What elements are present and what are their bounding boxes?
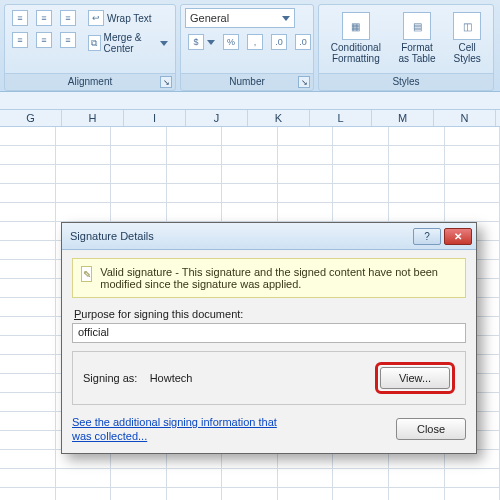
col-header[interactable]: G: [0, 110, 62, 126]
cell[interactable]: [278, 127, 334, 146]
cell[interactable]: [56, 469, 112, 488]
cell[interactable]: [0, 241, 56, 260]
cell[interactable]: [56, 127, 112, 146]
cell[interactable]: [111, 184, 167, 203]
cell[interactable]: [111, 165, 167, 184]
wrap-text-button[interactable]: ↩ Wrap Text: [85, 8, 171, 28]
align-br[interactable]: ≡: [57, 30, 79, 50]
format-as-table-button[interactable]: ▤ Format as Table: [391, 8, 442, 68]
cell[interactable]: [0, 203, 56, 222]
cell[interactable]: [0, 184, 56, 203]
align-tl[interactable]: ≡: [9, 8, 31, 28]
cell[interactable]: [167, 488, 223, 500]
cell[interactable]: [389, 203, 445, 222]
cell[interactable]: [222, 469, 278, 488]
cell[interactable]: [0, 336, 56, 355]
cell[interactable]: [167, 203, 223, 222]
cell[interactable]: [111, 469, 167, 488]
col-header[interactable]: K: [248, 110, 310, 126]
cell[interactable]: [111, 146, 167, 165]
cell[interactable]: [167, 469, 223, 488]
align-tc[interactable]: ≡: [33, 8, 55, 28]
cell[interactable]: [278, 146, 334, 165]
cell[interactable]: [278, 488, 334, 500]
cell[interactable]: [222, 488, 278, 500]
alignment-dialog-launcher[interactable]: ↘: [160, 76, 172, 88]
percent-button[interactable]: %: [220, 32, 242, 52]
cell[interactable]: [56, 165, 112, 184]
cell[interactable]: [167, 184, 223, 203]
conditional-formatting-button[interactable]: ▦ Conditional Formatting: [324, 8, 388, 68]
cell[interactable]: [0, 431, 56, 450]
cell[interactable]: [0, 317, 56, 336]
col-header[interactable]: H: [62, 110, 124, 126]
cell[interactable]: [111, 203, 167, 222]
cell[interactable]: [222, 203, 278, 222]
cell[interactable]: [56, 184, 112, 203]
cell[interactable]: [56, 488, 112, 500]
col-header[interactable]: L: [310, 110, 372, 126]
align-bl[interactable]: ≡: [9, 30, 31, 50]
cell[interactable]: [389, 184, 445, 203]
number-format-dropdown[interactable]: General: [185, 8, 295, 28]
cell[interactable]: [278, 469, 334, 488]
cell[interactable]: [167, 127, 223, 146]
cell[interactable]: [222, 127, 278, 146]
cell[interactable]: [389, 127, 445, 146]
cell[interactable]: [0, 260, 56, 279]
cell[interactable]: [278, 165, 334, 184]
close-icon[interactable]: ✕: [444, 228, 472, 245]
cell[interactable]: [56, 146, 112, 165]
cell[interactable]: [0, 279, 56, 298]
dialog-titlebar[interactable]: Signature Details ? ✕: [62, 223, 476, 250]
cell[interactable]: [167, 146, 223, 165]
cell[interactable]: [333, 165, 389, 184]
col-header[interactable]: M: [372, 110, 434, 126]
cell[interactable]: [0, 412, 56, 431]
cell[interactable]: [333, 203, 389, 222]
cell[interactable]: [0, 450, 56, 469]
cell[interactable]: [333, 127, 389, 146]
cell[interactable]: [0, 469, 56, 488]
cell[interactable]: [389, 146, 445, 165]
col-header[interactable]: I: [124, 110, 186, 126]
decrease-decimal-button[interactable]: .0: [292, 32, 314, 52]
close-button[interactable]: Close: [396, 418, 466, 440]
col-header[interactable]: N: [434, 110, 496, 126]
cell[interactable]: [56, 203, 112, 222]
cell[interactable]: [389, 165, 445, 184]
align-bc[interactable]: ≡: [33, 30, 55, 50]
cell[interactable]: [111, 488, 167, 500]
number-dialog-launcher[interactable]: ↘: [298, 76, 310, 88]
cell[interactable]: [167, 165, 223, 184]
help-button[interactable]: ?: [413, 228, 441, 245]
align-tr[interactable]: ≡: [57, 8, 79, 28]
cell[interactable]: [445, 469, 501, 488]
comma-button[interactable]: ,: [244, 32, 266, 52]
cell[interactable]: [0, 298, 56, 317]
formula-bar[interactable]: [0, 92, 500, 110]
cell[interactable]: [0, 127, 56, 146]
cell[interactable]: [0, 393, 56, 412]
cell[interactable]: [0, 146, 56, 165]
cell-styles-button[interactable]: ◫ Cell Styles: [446, 8, 488, 68]
purpose-field[interactable]: official: [72, 323, 466, 343]
cell[interactable]: [445, 127, 501, 146]
cell[interactable]: [445, 146, 501, 165]
cell[interactable]: [333, 184, 389, 203]
cell[interactable]: [0, 488, 56, 500]
currency-button[interactable]: $: [185, 32, 218, 52]
cell[interactable]: [0, 222, 56, 241]
cell[interactable]: [278, 203, 334, 222]
cell[interactable]: [333, 488, 389, 500]
col-header[interactable]: J: [186, 110, 248, 126]
cell[interactable]: [0, 355, 56, 374]
merge-center-button[interactable]: ⧉ Merge & Center: [85, 30, 171, 56]
additional-signing-info-link[interactable]: See the additional signing information t…: [72, 415, 292, 443]
cell[interactable]: [222, 184, 278, 203]
cell[interactable]: [0, 165, 56, 184]
cell[interactable]: [445, 184, 501, 203]
cell[interactable]: [222, 146, 278, 165]
cell[interactable]: [445, 165, 501, 184]
increase-decimal-button[interactable]: .0: [268, 32, 290, 52]
